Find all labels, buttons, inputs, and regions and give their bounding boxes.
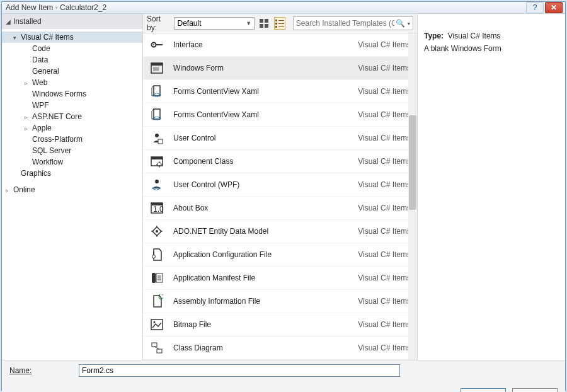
- template-row[interactable]: <>User Control (WPF)Visual C# Items: [143, 173, 417, 197]
- template-row[interactable]: Class DiagramVisual C# Items: [143, 337, 417, 360]
- template-language: Visual C# Items: [335, 40, 411, 49]
- template-row[interactable]: <>Forms ContentView XamlVisual C# Items: [143, 103, 417, 127]
- template-row[interactable]: Component ClassVisual C# Items: [143, 150, 417, 173]
- template-name: ADO.NET Entity Data Model: [173, 227, 335, 236]
- svg-text:<>: <>: [152, 91, 161, 98]
- tree-item-label: Code: [32, 44, 50, 53]
- template-list[interactable]: InterfaceVisual C# ItemsWindows FormVisu…: [143, 33, 417, 360]
- tree-item[interactable]: Cross-Platform: [2, 134, 142, 145]
- template-name: Component Class: [173, 157, 335, 166]
- footer: Name: Add Cancel: [2, 360, 565, 392]
- expander-icon: ▹: [25, 125, 31, 132]
- template-row[interactable]: Bitmap FileVisual C# Items: [143, 313, 417, 337]
- template-tree: ▾Visual C# ItemsCodeDataGeneral▹WebWindo…: [2, 29, 142, 198]
- template-row[interactable]: Windows FormVisual C# Items: [143, 57, 417, 80]
- bitmap-icon: [149, 317, 164, 332]
- tree-item[interactable]: ▹Apple: [2, 122, 142, 134]
- template-row[interactable]: ADO.NET Entity Data ModelVisual C# Items: [143, 220, 417, 243]
- name-label: Name:: [9, 366, 79, 375]
- scrollbar-thumb[interactable]: [409, 115, 416, 210]
- template-row[interactable]: 1.0About BoxVisual C# Items: [143, 197, 417, 220]
- tree-item[interactable]: Graphics: [2, 168, 142, 179]
- template-description: A blank Windows Form: [424, 44, 559, 53]
- svg-rect-40: [152, 343, 157, 347]
- usercontrol-icon: [149, 130, 164, 146]
- tree-item[interactable]: SQL Server: [2, 145, 142, 156]
- close-button[interactable]: ✕: [545, 2, 563, 13]
- template-row[interactable]: Application Configuration FileVisual C# …: [143, 243, 417, 267]
- template-language: Visual C# Items: [335, 64, 411, 72]
- template-name: Assembly Information File: [173, 297, 335, 306]
- toolbar: Sort by: Default ▼ 🔍 ▾: [143, 14, 417, 33]
- form-icon: [149, 61, 164, 76]
- type-label: Type:: [424, 32, 444, 40]
- template-language: Visual C# Items: [335, 274, 411, 282]
- template-row[interactable]: User ControlVisual C# Items: [143, 127, 417, 150]
- scrollbar[interactable]: [408, 33, 417, 360]
- tree-item[interactable]: General: [2, 66, 142, 77]
- template-language: Visual C# Items: [335, 157, 411, 166]
- help-button[interactable]: ?: [526, 2, 544, 13]
- xaml-icon: <>: [149, 84, 164, 99]
- tree-item[interactable]: Workflow: [2, 156, 142, 168]
- sort-label: Sort by:: [147, 14, 170, 32]
- expander-icon: ▾: [13, 35, 20, 41]
- name-input[interactable]: [79, 364, 400, 377]
- dialog-body: ◢ Installed ▾Visual C# ItemsCodeDataGene…: [2, 14, 565, 392]
- svg-text:1.0: 1.0: [153, 205, 164, 214]
- svg-rect-2: [260, 24, 263, 28]
- template-language: Visual C# Items: [335, 134, 411, 142]
- template-language: Visual C# Items: [335, 250, 411, 259]
- template-row[interactable]: InterfaceVisual C# Items: [143, 33, 417, 57]
- template-name: Forms ContentView Xaml: [173, 110, 335, 119]
- svg-rect-9: [278, 26, 284, 27]
- add-button[interactable]: Add: [461, 388, 506, 392]
- view-list-button[interactable]: [274, 17, 285, 30]
- template-name: About Box: [173, 204, 335, 212]
- xaml-icon: <>: [149, 107, 164, 122]
- tree-item[interactable]: WPF: [2, 100, 142, 111]
- template-language: Visual C# Items: [335, 343, 411, 352]
- classdiag-icon: [149, 340, 164, 355]
- search-input[interactable]: [296, 19, 394, 28]
- template-row[interactable]: C#Assembly Information FileVisual C# Ite…: [143, 290, 417, 313]
- template-name: Application Configuration File: [173, 250, 335, 259]
- tree-item[interactable]: Data: [2, 54, 142, 66]
- chevron-down-icon: ▾: [408, 21, 410, 26]
- tree-item-label: Graphics: [21, 169, 51, 178]
- view-tiles-button[interactable]: [258, 17, 270, 30]
- expander-icon: ▹: [25, 114, 31, 120]
- tree-item-label: WPF: [32, 101, 49, 110]
- tree-item[interactable]: Windows Forms: [2, 88, 142, 100]
- tree-item-label: Web: [32, 78, 47, 87]
- expander-icon: ▹: [25, 80, 31, 86]
- svg-rect-5: [278, 20, 284, 21]
- template-language: Visual C# Items: [335, 204, 411, 212]
- svg-point-19: [155, 134, 159, 137]
- svg-rect-22: [151, 157, 163, 159]
- list-icon: [275, 19, 284, 28]
- search-box[interactable]: 🔍 ▾: [293, 16, 413, 30]
- window-title: Add New Item - Calculator2_2: [4, 3, 525, 12]
- template-row[interactable]: Application Manifest FileVisual C# Items: [143, 267, 417, 290]
- cancel-button[interactable]: Cancel: [512, 388, 558, 392]
- template-language: Visual C# Items: [335, 110, 411, 119]
- tree-item[interactable]: Code: [2, 43, 142, 54]
- type-value: Visual C# Items: [448, 32, 501, 40]
- template-row[interactable]: <>Forms ContentView XamlVisual C# Items: [143, 80, 417, 103]
- tree-item-label: Online: [13, 185, 35, 194]
- template-name: Class Diagram: [173, 343, 335, 352]
- sort-dropdown[interactable]: Default ▼: [174, 17, 255, 30]
- svg-point-29: [156, 230, 158, 233]
- svg-rect-4: [275, 20, 277, 21]
- template-name: Application Manifest File: [173, 274, 335, 282]
- tree-item[interactable]: ▹ASP.NET Core: [2, 111, 142, 122]
- tree-item[interactable]: ▹Web: [2, 77, 142, 88]
- manifest-icon: [149, 270, 164, 285]
- left-header[interactable]: ◢ Installed: [2, 14, 142, 29]
- search-icon: 🔍: [396, 19, 405, 28]
- tree-item[interactable]: ▹Online: [2, 184, 142, 195]
- svg-point-30: [152, 255, 156, 258]
- tree-item[interactable]: ▾Visual C# Items: [2, 32, 142, 43]
- assembly-icon: C#: [149, 294, 164, 309]
